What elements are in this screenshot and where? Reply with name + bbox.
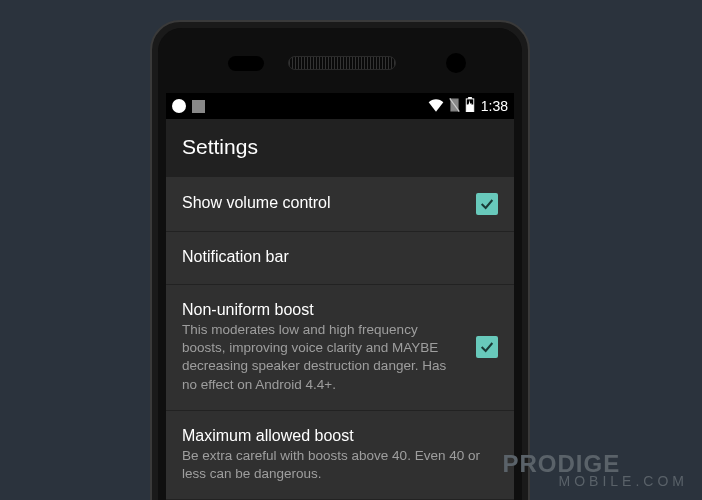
setting-title: Non-uniform boost (182, 301, 464, 319)
wifi-icon (428, 98, 444, 115)
setting-title: Show volume control (182, 194, 464, 212)
app-bar: Settings (166, 119, 514, 177)
checkbox-checked[interactable] (476, 193, 498, 215)
setting-notification-bar[interactable]: Notification bar (166, 232, 514, 285)
setting-non-uniform-boost[interactable]: Non-uniform boost This moderates low and… (166, 285, 514, 411)
setting-show-volume-control[interactable]: Show volume control (166, 177, 514, 232)
phone-bezel (158, 28, 522, 90)
setting-maximum-allowed-boost[interactable]: Maximum allowed boost Be extra careful w… (166, 411, 514, 500)
phone-inner: 1:38 Settings Show volume control (158, 28, 522, 500)
settings-list: Show volume control Notification bar Non… (166, 177, 514, 500)
proximity-sensor (228, 56, 264, 71)
notification-dot-icon (172, 99, 186, 113)
status-bar: 1:38 (166, 93, 514, 119)
svg-rect-2 (468, 97, 472, 99)
notification-square-icon (192, 100, 205, 113)
no-sim-icon (448, 98, 461, 115)
battery-charging-icon (465, 97, 475, 115)
phone-frame: 1:38 Settings Show volume control (150, 20, 530, 500)
earpiece-speaker (288, 56, 396, 70)
checkbox-checked[interactable] (476, 336, 498, 358)
page-title: Settings (182, 135, 258, 158)
setting-subtitle: Be extra careful with boosts above 40. E… (182, 447, 486, 483)
front-camera (446, 53, 466, 73)
setting-title: Maximum allowed boost (182, 427, 486, 445)
watermark: PRODIGE MOBILE.COM (503, 452, 688, 488)
screen: 1:38 Settings Show volume control (166, 93, 514, 500)
setting-title: Notification bar (182, 248, 486, 266)
status-bar-clock: 1:38 (481, 98, 508, 114)
setting-subtitle: This moderates low and high frequency bo… (182, 321, 464, 394)
